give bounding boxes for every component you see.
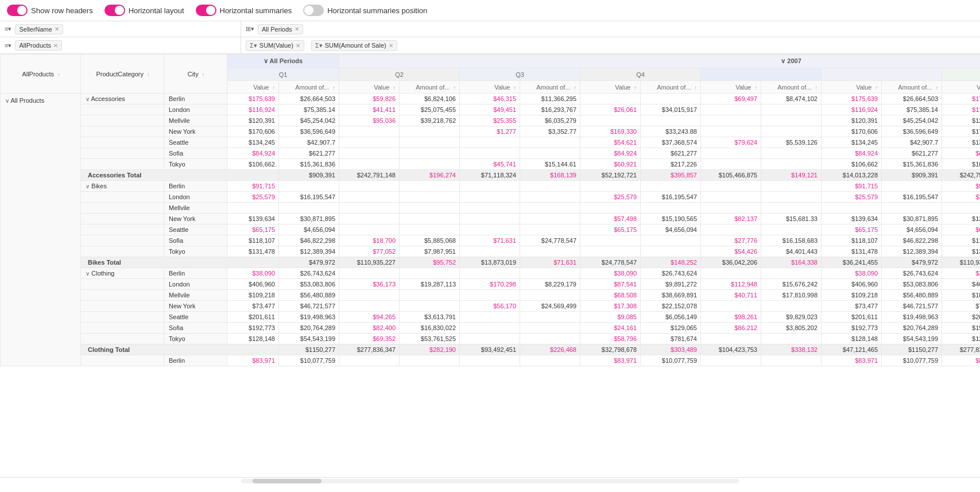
col-2007t-value[interactable]: Value ↑ bbox=[942, 81, 981, 94]
data-table-container[interactable]: AllProducts ↑ ProductCategory ↑ City ↑ ∨… bbox=[0, 54, 980, 477]
filter-icon-seller: ≡▾ bbox=[5, 25, 11, 33]
show-row-headers-toggle[interactable] bbox=[7, 5, 28, 16]
sort-allper2-value[interactable]: ↑ bbox=[876, 85, 878, 91]
filter-sigma-amount: Σ▾ bbox=[315, 42, 323, 49]
filter-chip-sum-amount[interactable]: Σ▾ SUM(Amount of Sale) ✕ bbox=[311, 40, 397, 51]
col-header-all-products[interactable]: AllProducts ↑ bbox=[1, 55, 81, 94]
table-row: Clothing Total$1150,277$277,836,347$282,… bbox=[1, 344, 981, 355]
col-q3-value[interactable]: Value ↑ bbox=[580, 81, 641, 94]
filter-row-periods: ⊞▾ All Periods ✕ bbox=[241, 21, 980, 37]
col-header-city[interactable]: City ↑ bbox=[164, 55, 227, 94]
col-allper-amount[interactable]: Amount of... ↑ bbox=[279, 81, 339, 94]
col-all-periods-header: ∨ All Periods bbox=[227, 55, 339, 68]
dim-category bbox=[81, 224, 164, 235]
show-row-headers-label: Show row headers bbox=[31, 6, 93, 15]
col-q1-value[interactable]: Value ↑ bbox=[339, 81, 400, 94]
col-allper-07-header bbox=[701, 68, 822, 81]
horizontal-summaries-label: Horizontal summaries bbox=[220, 6, 292, 15]
toggle-horizontal-summaries[interactable]: Horizontal summaries bbox=[196, 5, 292, 16]
horizontal-scrollbar[interactable] bbox=[0, 477, 980, 484]
col-q1-07-header: Q1 bbox=[227, 68, 339, 81]
col-q4-value[interactable]: Value ↑ bbox=[701, 81, 761, 94]
toggle-horizontal-layout[interactable]: Horizontal layout bbox=[104, 5, 184, 16]
horizontal-layout-toggle[interactable] bbox=[104, 5, 125, 16]
total-label: Accessories Total bbox=[81, 170, 279, 181]
col-2007-total-sub bbox=[822, 68, 942, 81]
col-q1-08-header: Q1 bbox=[942, 68, 981, 81]
sort-q2-value[interactable]: ↑ bbox=[514, 85, 517, 91]
dim-city: Sofia bbox=[164, 235, 227, 246]
sort-q4-amount[interactable]: ↑ bbox=[815, 85, 818, 91]
filter-chip-seller-close[interactable]: ✕ bbox=[55, 26, 59, 32]
filter-chip-products-close[interactable]: ✕ bbox=[53, 42, 58, 49]
filter-chip-periods-label: All Periods bbox=[262, 26, 292, 33]
filter-chip-sum-amount-label: SUM(Amount of Sale) bbox=[325, 42, 386, 49]
toolbar: Show row headers Horizontal layout Horiz… bbox=[0, 0, 980, 21]
sort-q3-amount[interactable]: ↑ bbox=[695, 85, 698, 91]
sort-allper-amount[interactable]: ↑ bbox=[333, 85, 336, 91]
table-row: Mellvile$120,391$45,254,042$95,036$39,21… bbox=[1, 115, 981, 126]
table-row: London$406,960$53,083,806$36,173$19,287,… bbox=[1, 279, 981, 290]
dim-category bbox=[81, 312, 164, 323]
col-header-product-category[interactable]: ProductCategory ↑ bbox=[81, 55, 164, 94]
filter-chip-products[interactable]: AllProducts ✕ bbox=[15, 40, 62, 51]
sort-productcategory-icon[interactable]: ↑ bbox=[147, 72, 150, 78]
filter-right: ⊞▾ All Periods ✕ Σ▾ SUM(Value) ✕ Σ▾ SUM(… bbox=[241, 21, 980, 53]
horizontal-summaries-toggle[interactable] bbox=[196, 5, 216, 16]
filter-chip-periods-close[interactable]: ✕ bbox=[295, 26, 299, 32]
col-q4-amount[interactable]: Amount of... ↑ bbox=[761, 81, 822, 94]
table-row: New York$73,477$46,721,577$56,170$24,569… bbox=[1, 301, 981, 312]
sort-q1-value[interactable]: ↑ bbox=[393, 85, 396, 91]
sort-city-icon[interactable]: ↑ bbox=[202, 72, 205, 78]
col-q3-amount[interactable]: Amount of... ↑ bbox=[641, 81, 701, 94]
horizontal-summaries-position-toggle[interactable] bbox=[303, 5, 324, 16]
dim-category bbox=[81, 301, 164, 312]
dim-category bbox=[81, 279, 164, 290]
toggle-horizontal-summaries-position[interactable]: Horizontal summaries position bbox=[303, 5, 427, 16]
dim-city: Mellvile bbox=[164, 115, 227, 126]
filter-icon-products: ≡▾ bbox=[5, 42, 11, 49]
filter-chip-products-label: AllProducts bbox=[19, 42, 51, 49]
col-allper2-value[interactable]: Value ↑ bbox=[822, 81, 882, 94]
dim-category bbox=[81, 137, 164, 148]
filter-sigma-value: Σ▾ bbox=[250, 42, 257, 49]
table-row: Seattle$65,175$4,656,094$65,175$4,656,09… bbox=[1, 224, 981, 235]
dim-category bbox=[81, 148, 164, 159]
sort-q1-amount[interactable]: ↑ bbox=[454, 85, 456, 91]
dim-city: Mellvile bbox=[164, 203, 227, 214]
col-q1-amount[interactable]: Amount of... ↑ bbox=[400, 81, 460, 94]
sort-q2-amount[interactable]: ↑ bbox=[574, 85, 577, 91]
sort-q4-value[interactable]: ↑ bbox=[755, 85, 758, 91]
col-allper-value[interactable]: Value ↑ bbox=[227, 81, 279, 94]
col-q2-value[interactable]: Value ↑ bbox=[460, 81, 520, 94]
filter-row-measures: Σ▾ SUM(Value) ✕ Σ▾ SUM(Amount of Sale) ✕ bbox=[241, 37, 980, 53]
filter-chip-sum-amount-close[interactable]: ✕ bbox=[389, 42, 393, 49]
sort-allproducts-icon[interactable]: ↑ bbox=[57, 72, 60, 78]
dim-category bbox=[81, 214, 164, 224]
table-row: Berlin$83,971$10,077,759$83,971$10,077,7… bbox=[1, 355, 981, 366]
table-row: ∨ BikesBerlin$91,715$91,715$91,715$17,49… bbox=[1, 181, 981, 192]
dim-city: Sofia bbox=[164, 323, 227, 334]
filter-chip-seller[interactable]: SellerName ✕ bbox=[15, 24, 63, 34]
dim-city: Seattle bbox=[164, 312, 227, 323]
col-allper2-amount[interactable]: Amount of... ↑ bbox=[882, 81, 942, 94]
sort-allper-value[interactable]: ↑ bbox=[273, 85, 276, 91]
filter-chip-sum-value-close[interactable]: ✕ bbox=[296, 42, 300, 49]
table-row: Accessories Total$909,391$242,791,148$19… bbox=[1, 170, 981, 181]
filter-chip-sum-value[interactable]: Σ▾ SUM(Value) ✕ bbox=[246, 40, 304, 51]
sort-allper2-amount[interactable]: ↑ bbox=[936, 85, 939, 91]
table-row: Seattle$201,611$19,498,963$94,265$3,613,… bbox=[1, 312, 981, 323]
sort-q3-value[interactable]: ↑ bbox=[634, 85, 637, 91]
table-row: Bikes Total$479,972$110,935,227$95,752$1… bbox=[1, 257, 981, 268]
scrollbar-thumb[interactable] bbox=[253, 479, 321, 483]
table-row: Mellvile$109,218$56,480,889$68,508$38,66… bbox=[1, 290, 981, 301]
dim-city: Tokyo bbox=[164, 159, 227, 170]
toggle-show-row-headers[interactable]: Show row headers bbox=[7, 5, 93, 16]
dim-city: Berlin bbox=[164, 94, 227, 104]
total-label: Bikes Total bbox=[81, 257, 279, 268]
filter-chip-periods[interactable]: All Periods ✕ bbox=[258, 24, 303, 34]
filters-row: ≡▾ SellerName ✕ ≡▾ AllProducts ✕ ⊞▾ All … bbox=[0, 21, 980, 54]
col-q2-amount[interactable]: Amount of... ↑ bbox=[520, 81, 580, 94]
col-q4-07-header: Q4 bbox=[580, 68, 701, 81]
horizontal-layout-label: Horizontal layout bbox=[129, 6, 184, 15]
